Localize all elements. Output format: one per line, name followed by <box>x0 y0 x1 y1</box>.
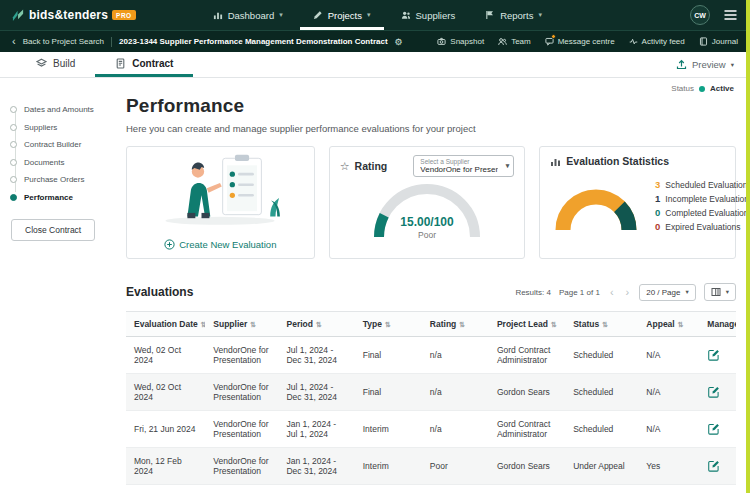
columns-icon <box>711 287 721 297</box>
nav-label: Reports <box>500 10 533 21</box>
create-new-evaluation-link[interactable]: Create New Evaluation <box>164 239 276 250</box>
cell-appeal: N/A <box>638 337 699 374</box>
tab-build[interactable]: Build <box>16 52 95 77</box>
cell-type: Interim <box>355 448 422 485</box>
hamburger-menu-icon[interactable] <box>723 9 738 21</box>
gear-icon[interactable]: ⚙ <box>395 37 403 47</box>
col-header-supplier[interactable]: Supplier⇅ <box>205 312 278 337</box>
sidebar-item-purchase-orders[interactable]: Purchase Orders <box>10 175 122 184</box>
primary-nav: Dashboard ▾ Projects ▾ Suppliers Reports… <box>200 0 555 30</box>
sort-icon: ⇅ <box>459 321 465 328</box>
cell-supplier: VendorOne for Presentation <box>205 448 278 485</box>
cell-supplier: VendorOne for Presentation <box>205 411 278 448</box>
sort-icon: ⇅ <box>250 321 256 328</box>
edit-evaluation-button[interactable] <box>707 459 720 472</box>
plus-circle-icon <box>164 239 175 250</box>
cell-appeal: N/A <box>638 374 699 411</box>
evaluations-section-title: Evaluations <box>126 285 193 299</box>
tab-contract[interactable]: Contract <box>95 52 193 77</box>
evaluations-controls: Results: 4 Page 1 of 1 ‹ › 20 / Page ▾ ▾ <box>515 283 736 301</box>
cell-appeal: N/A <box>638 411 699 448</box>
layers-icon <box>36 58 47 69</box>
step-dot <box>10 141 17 148</box>
cell-type: Final <box>355 337 422 374</box>
header-label: Evaluation Date <box>134 319 198 329</box>
sidebar-item-dates-and-amounts[interactable]: Dates and Amounts <box>10 105 122 114</box>
sidebar-item-documents[interactable]: Documents <box>10 158 122 167</box>
header-label: Status <box>573 319 599 329</box>
create-link-label: Create New Evaluation <box>179 239 276 250</box>
status-active-dot <box>699 86 705 92</box>
cell-rating: n/a <box>422 337 489 374</box>
nav-label: Projects <box>328 10 362 21</box>
col-header-project-lead[interactable]: Project Lead⇅ <box>489 312 565 337</box>
legend-count: 0 <box>652 221 660 232</box>
cell-date: Wed, 02 Oct 2024 <box>126 337 205 374</box>
next-page-button[interactable]: › <box>624 287 632 298</box>
rating-card-title: Rating <box>355 160 388 172</box>
sidebar-item-performance[interactable]: Performance <box>10 193 122 202</box>
sort-icon: ⇅ <box>602 321 608 328</box>
message-centre-button[interactable]: Message centre <box>545 37 615 46</box>
step-dot <box>10 106 17 113</box>
action-label: Journal <box>712 37 738 46</box>
edit-evaluation-button[interactable] <box>707 422 720 435</box>
col-header-type[interactable]: Type⇅ <box>355 312 422 337</box>
col-header-evaluation-date[interactable]: Evaluation Date⇅ <box>126 312 205 337</box>
evaluation-statistics-card: Evaluation Statistics 3Scheduled Evaluat… <box>539 146 736 259</box>
stats-donut-chart <box>550 180 642 232</box>
cell-manage <box>699 337 736 374</box>
cell-appeal[interactable]: Yes <box>638 448 699 485</box>
edit-evaluation-button[interactable] <box>707 348 720 361</box>
table-row: Mon, 12 Feb 2024 VendorOne for Presentat… <box>126 448 736 485</box>
nav-label: Dashboard <box>228 10 274 21</box>
activity-feed-button[interactable]: Activity feed <box>629 37 685 46</box>
journal-icon <box>699 37 708 46</box>
rating-gauge: 15.00/100 Poor <box>368 179 486 240</box>
back-to-project-search-link[interactable]: Back to Project Search <box>23 37 104 46</box>
cell-rating: n/a <box>422 411 489 448</box>
col-header-period[interactable]: Period⇅ <box>278 312 354 337</box>
sidebar-item-contract-builder[interactable]: Contract Builder <box>10 140 122 149</box>
sidebar-item-suppliers[interactable]: Suppliers <box>10 123 122 132</box>
cell-status: Scheduled <box>565 337 638 374</box>
nav-dashboard[interactable]: Dashboard ▾ <box>200 0 296 30</box>
previous-page-button[interactable]: ‹ <box>608 287 616 298</box>
evaluations-table: Evaluation Date⇅ Supplier⇅ Period⇅ Type⇅… <box>126 311 736 485</box>
nav-reports[interactable]: Reports ▾ <box>472 0 555 30</box>
camera-icon <box>437 37 446 46</box>
edit-evaluation-button[interactable] <box>707 385 720 398</box>
supplier-select[interactable]: Select a Supplier VendorOne for Presen..… <box>413 155 514 177</box>
chevron-down-icon: ▾ <box>279 11 283 19</box>
contract-title: 2023-1344 Supplier Performance Managemen… <box>119 37 388 46</box>
snapshot-button[interactable]: Snapshot <box>437 37 484 46</box>
cell-manage <box>699 448 736 485</box>
journal-button[interactable]: Journal <box>699 37 738 46</box>
column-settings-select[interactable]: ▾ <box>704 283 736 301</box>
tab-label: Build <box>53 58 75 69</box>
legend-item-expired: 0Expired Evaluations <box>652 221 725 232</box>
col-header-appeal[interactable]: Appeal⇅ <box>638 312 699 337</box>
page-size-select[interactable]: 20 / Page ▾ <box>639 284 696 301</box>
action-label: Activity feed <box>642 37 685 46</box>
cell-status: Scheduled <box>565 374 638 411</box>
cell-status: Under Appeal <box>565 448 638 485</box>
status-row: Status Active <box>0 78 750 93</box>
col-header-rating[interactable]: Rating⇅ <box>422 312 489 337</box>
brand-icon <box>12 9 25 22</box>
brand-logo[interactable]: bids&tenders PRO <box>12 0 136 30</box>
col-header-status[interactable]: Status⇅ <box>565 312 638 337</box>
table-row: Wed, 02 Oct 2024 VendorOne for Presentat… <box>126 374 736 411</box>
close-contract-button[interactable]: Close Contract <box>11 219 95 241</box>
nav-suppliers[interactable]: Suppliers <box>388 0 469 30</box>
preview-button[interactable]: Preview ▾ <box>676 52 734 77</box>
back-chevron-icon[interactable]: ‹ <box>12 36 16 47</box>
team-button[interactable]: Team <box>498 37 531 46</box>
chevron-down-icon: ▾ <box>538 11 542 19</box>
step-label: Dates and Amounts <box>24 105 94 114</box>
supplier-select-caption: Select a Supplier <box>420 158 498 165</box>
nav-projects[interactable]: Projects ▾ <box>300 0 384 30</box>
supplier-select-value: VendorOne for Presen... <box>420 165 498 174</box>
cell-manage <box>699 411 736 448</box>
avatar[interactable]: CW <box>690 5 710 25</box>
